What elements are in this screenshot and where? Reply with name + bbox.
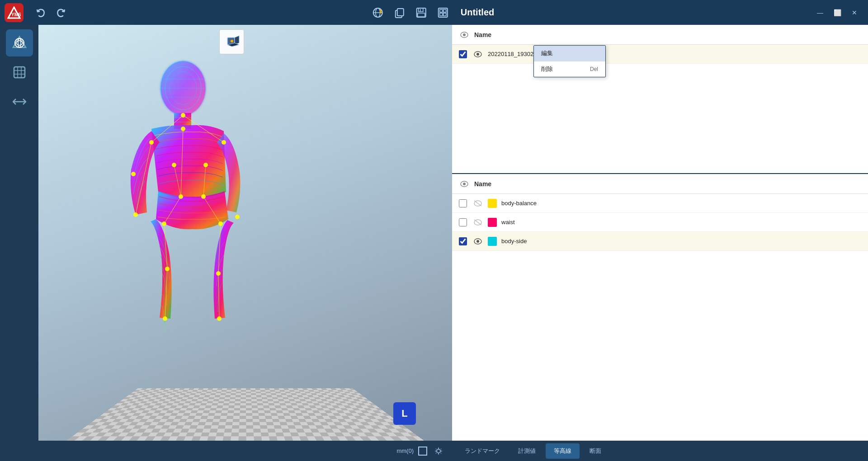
svg-point-47: [131, 172, 136, 176]
copy-icon-btn[interactable]: [391, 4, 408, 21]
viewport-orientation-icon[interactable]: [219, 29, 244, 54]
main-viewport[interactable]: L: [38, 25, 452, 461]
file-row[interactable]: 20220118_193021_test.xbody: [452, 45, 868, 64]
l-view-badge[interactable]: L: [393, 402, 416, 425]
svg-point-79: [476, 240, 479, 243]
svg-point-73: [463, 183, 466, 185]
left-sidebar: [0, 25, 38, 461]
view3d-icon: [11, 35, 28, 51]
layer-visibility-icon-body-balance[interactable]: [472, 198, 483, 209]
eye-icon: [460, 181, 468, 187]
sidebar-item-compare[interactable]: [6, 88, 33, 115]
tab-landmark[interactable]: ランドマーク: [457, 443, 508, 459]
tab-crosssection[interactable]: 断面: [581, 443, 609, 459]
svg-point-46: [235, 215, 240, 219]
layer-visibility-icon-waist[interactable]: [472, 217, 483, 228]
svg-rect-7: [417, 8, 426, 17]
cube-orientation-icon: [224, 34, 240, 50]
file-list-panel: Name 20220118_193021_test.xbody: [452, 25, 868, 174]
undo-button[interactable]: [32, 4, 50, 22]
svg-rect-8: [419, 8, 423, 12]
eye-icon: [460, 32, 468, 38]
layer-name-waist: waist: [501, 219, 515, 226]
export-icon-btn[interactable]: [434, 4, 452, 21]
svg-point-18: [18, 38, 21, 47]
save-icon-btn[interactable]: [413, 4, 430, 21]
eye-closed-icon: [474, 219, 482, 226]
context-menu-item-edit[interactable]: 編集: [534, 46, 605, 61]
context-delete-label: 削除: [541, 65, 553, 73]
window-controls: — ⬜ ✕: [813, 6, 861, 19]
context-delete-shortcut: Del: [590, 66, 598, 72]
layer-checkbox-waist[interactable]: [459, 218, 467, 226]
export-icon: [437, 7, 449, 19]
status-square-icon[interactable]: [418, 447, 427, 456]
svg-rect-14: [440, 13, 443, 16]
context-menu-item-delete[interactable]: 削除 Del: [534, 61, 605, 77]
layer-list-content: body-balance waist: [452, 194, 868, 461]
logo-icon: YMS: [7, 6, 21, 19]
app-logo[interactable]: YMS: [5, 3, 24, 22]
minimize-button[interactable]: —: [813, 6, 827, 19]
layer-panel-eye-icon: [459, 179, 470, 189]
file-list-content: 20220118_193021_test.xbody: [452, 45, 868, 173]
undo-icon: [36, 8, 46, 18]
layer-color-body-balance: [488, 199, 497, 208]
file-list-header: Name: [452, 25, 868, 45]
save-icon: [415, 7, 427, 19]
svg-rect-12: [440, 9, 443, 12]
svg-point-71: [476, 53, 479, 56]
context-edit-label: 編集: [541, 49, 553, 57]
body-figure: [111, 52, 283, 350]
tab-measurements[interactable]: 計測値: [510, 443, 544, 459]
file-panel-eye-icon: [459, 29, 470, 40]
rotate-icon: [372, 7, 384, 19]
eye-open-icon: [474, 238, 482, 245]
sidebar-item-view3d[interactable]: [6, 29, 33, 56]
layer-row-body-balance[interactable]: body-balance: [452, 194, 868, 213]
redo-button[interactable]: [52, 4, 70, 22]
layer-row-waist[interactable]: waist: [452, 213, 868, 232]
bottom-tabs: ランドマーク 計測値 等高線 断面: [452, 441, 868, 461]
viewport-canvas: L: [38, 25, 452, 461]
svg-point-67: [231, 40, 233, 42]
compare-icon: [11, 94, 28, 110]
layer-name-body-balance: body-balance: [501, 200, 537, 207]
unit-label: mm(0): [396, 447, 414, 454]
layer-checkbox-body-side[interactable]: [459, 237, 467, 245]
eye-closed-icon: [474, 200, 482, 207]
svg-rect-9: [418, 13, 425, 17]
svg-rect-19: [14, 67, 25, 78]
layer-list-header: Name: [452, 174, 868, 194]
redo-icon: [56, 8, 66, 18]
context-menu: 編集 削除 Del: [533, 45, 606, 77]
close-button[interactable]: ✕: [848, 6, 861, 19]
file-checkbox[interactable]: [459, 50, 467, 58]
layer-visibility-icon-body-side[interactable]: [472, 236, 483, 247]
measurement-icon: [11, 64, 28, 80]
copy-icon: [394, 7, 406, 19]
file-visibility-icon[interactable]: [472, 49, 483, 60]
svg-rect-15: [443, 13, 446, 16]
layer-name-body-side: body-side: [501, 238, 527, 245]
title-bar: YMS: [0, 0, 868, 25]
svg-point-80: [437, 449, 440, 453]
layer-row-body-side[interactable]: body-side: [452, 232, 868, 251]
svg-rect-6: [397, 9, 404, 16]
layer-panel-name-header: Name: [474, 180, 491, 188]
viewport-icon-btn[interactable]: [369, 4, 387, 21]
maximize-button[interactable]: ⬜: [830, 6, 844, 19]
settings-icon: [434, 446, 443, 456]
tab-contour[interactable]: 等高線: [546, 443, 580, 459]
layer-list-panel: Name body-balance: [452, 174, 868, 461]
status-settings-icon[interactable]: [432, 444, 445, 458]
layer-checkbox-body-balance[interactable]: [459, 199, 467, 207]
svg-point-69: [463, 33, 466, 36]
layer-color-waist: [488, 218, 497, 227]
status-bar: mm(0): [38, 441, 452, 461]
eye-open-icon: [474, 51, 482, 57]
right-panel: Name 20220118_193021_test.xbody: [452, 25, 868, 461]
sidebar-item-measurement[interactable]: [6, 59, 33, 86]
center-title-area: Untitled: [369, 4, 499, 21]
svg-rect-13: [443, 9, 446, 12]
